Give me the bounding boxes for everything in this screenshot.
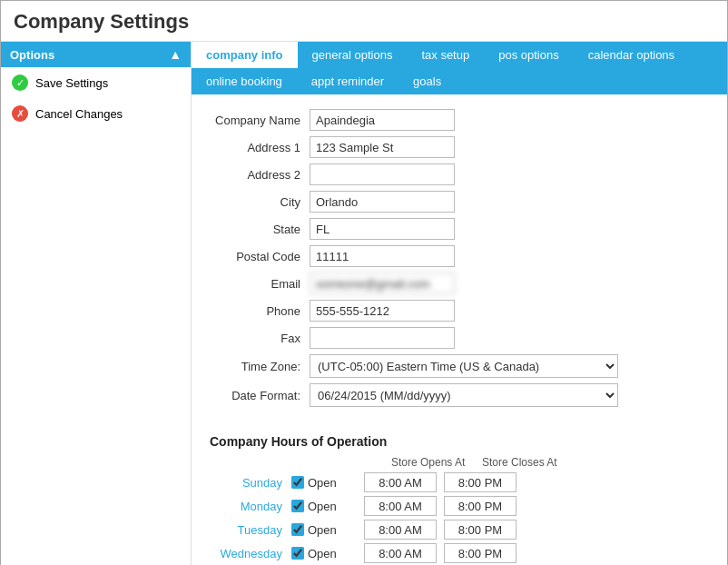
form-row-email: Email [210, 273, 709, 294]
hours-open-label-tuesday: Open [308, 523, 337, 537]
hours-opens-at-sunday[interactable] [364, 472, 437, 492]
label-timezone: Time Zone: [210, 360, 310, 373]
hours-opens-at-tuesday[interactable] [364, 520, 437, 540]
select-dateformat[interactable]: 06/24/2015 (MM/dd/yyyy) [310, 383, 618, 407]
form-area: Company Name Address 1 Address 2 City [192, 94, 727, 427]
sidebar-collapse-icon[interactable]: ▲ [169, 47, 182, 62]
select-timezone[interactable]: (UTC-05:00) Eastern Time (US & Canada) [310, 354, 618, 378]
hours-open-label-monday: Open [308, 500, 337, 513]
hours-open-container-wednesday: Open [291, 547, 364, 560]
input-postal-code[interactable] [310, 245, 455, 267]
hours-checkbox-monday[interactable] [291, 500, 304, 512]
input-state[interactable] [310, 218, 455, 240]
check-icon: ✓ [12, 74, 28, 91]
form-row-dateformat: Date Format: 06/24/2015 (MM/dd/yyyy) [210, 383, 709, 407]
hours-row-wednesday: Wednesday Open [210, 543, 709, 563]
tab-calendar-options[interactable]: calendar options [574, 42, 689, 68]
label-dateformat: Date Format: [210, 389, 310, 402]
label-company-name: Company Name [210, 114, 310, 127]
page-title: Company Settings [1, 1, 727, 42]
label-address1: Address 1 [210, 141, 310, 154]
sidebar-header-label: Options [10, 48, 54, 62]
label-state: State [210, 223, 310, 236]
form-row-address2: Address 2 [210, 164, 709, 185]
cancel-changes-label: Cancel Changes [35, 107, 123, 121]
label-address2: Address 2 [210, 168, 310, 182]
form-row-state: State [210, 218, 709, 240]
x-icon: ✗ [12, 105, 28, 122]
tab-general-options[interactable]: general options [298, 42, 408, 68]
hours-closes-at-tuesday[interactable] [444, 520, 516, 540]
hours-row-tuesday: Tuesday Open [210, 520, 709, 540]
hours-rows: Sunday Open Monday Open Tuesday Open [210, 472, 709, 565]
hours-day-tuesday: Tuesday [210, 523, 291, 537]
form-row-company-name: Company Name [210, 109, 709, 131]
input-fax[interactable] [310, 327, 455, 349]
sidebar-item-save-settings[interactable]: ✓ Save Settings [1, 67, 191, 98]
input-address1[interactable] [310, 136, 455, 158]
sidebar-item-cancel-changes[interactable]: ✗ Cancel Changes [1, 98, 191, 129]
hours-open-label-sunday: Open [308, 476, 337, 490]
input-email[interactable] [310, 273, 455, 294]
app-window: Company Settings Options ▲ ✓ Save Settin… [0, 0, 728, 565]
hours-title: Company Hours of Operation [210, 434, 709, 449]
form-row-city: City [210, 191, 709, 213]
tab-pos-options[interactable]: pos options [484, 42, 574, 68]
form-row-address1: Address 1 [210, 136, 709, 158]
form-row-fax: Fax [210, 327, 709, 349]
sidebar-header: Options ▲ [1, 42, 191, 67]
label-city: City [210, 195, 310, 209]
hours-row-sunday: Sunday Open [210, 472, 709, 492]
tab-tax-setup[interactable]: tax setup [407, 42, 484, 68]
col-header-closes-at: Store Closes At [482, 456, 573, 469]
col-header-opens-at: Store Opens At [391, 456, 482, 469]
content-area: company info general options tax setup p… [192, 42, 727, 565]
hours-open-container-sunday: Open [291, 476, 364, 490]
hours-closes-at-monday[interactable] [444, 496, 516, 516]
hours-column-headers: Store Opens At Store Closes At [210, 456, 709, 469]
tab-goals[interactable]: goals [398, 68, 456, 94]
hours-row-monday: Monday Open [210, 496, 709, 516]
hours-day-monday: Monday [210, 500, 291, 513]
hours-closes-at-sunday[interactable] [444, 472, 516, 492]
hours-closes-at-wednesday[interactable] [444, 543, 516, 563]
tabs-row-1: company info general options tax setup p… [192, 42, 727, 68]
input-company-name[interactable] [310, 109, 455, 131]
label-email: Email [210, 277, 310, 291]
tab-appt-reminder[interactable]: appt reminder [297, 68, 398, 94]
form-row-phone: Phone [210, 300, 709, 322]
hours-open-label-wednesday: Open [308, 547, 337, 560]
tab-company-info[interactable]: company info [192, 42, 298, 68]
main-layout: Options ▲ ✓ Save Settings ✗ Cancel Chang… [1, 42, 727, 565]
sidebar: Options ▲ ✓ Save Settings ✗ Cancel Chang… [1, 42, 192, 565]
hours-opens-at-wednesday[interactable] [364, 543, 437, 563]
label-fax: Fax [210, 332, 310, 345]
hours-section: Company Hours of Operation Store Opens A… [192, 427, 727, 565]
input-address2[interactable] [310, 164, 455, 185]
label-phone: Phone [210, 304, 310, 318]
hours-open-container-monday: Open [291, 500, 364, 513]
input-phone[interactable] [310, 300, 455, 322]
hours-checkbox-wednesday[interactable] [291, 547, 304, 560]
form-row-timezone: Time Zone: (UTC-05:00) Eastern Time (US … [210, 354, 709, 378]
form-row-postal-code: Postal Code [210, 245, 709, 267]
save-settings-label: Save Settings [35, 76, 108, 90]
label-postal-code: Postal Code [210, 250, 310, 263]
hours-opens-at-monday[interactable] [364, 496, 437, 516]
hours-day-sunday: Sunday [210, 476, 291, 490]
hours-open-container-tuesday: Open [291, 523, 364, 537]
hours-checkbox-sunday[interactable] [291, 476, 304, 489]
tab-online-booking[interactable]: online booking [192, 68, 297, 94]
tabs-row-2: online booking appt reminder goals [192, 68, 727, 94]
hours-checkbox-tuesday[interactable] [291, 523, 304, 536]
input-city[interactable] [310, 191, 455, 213]
hours-day-wednesday: Wednesday [210, 547, 291, 560]
